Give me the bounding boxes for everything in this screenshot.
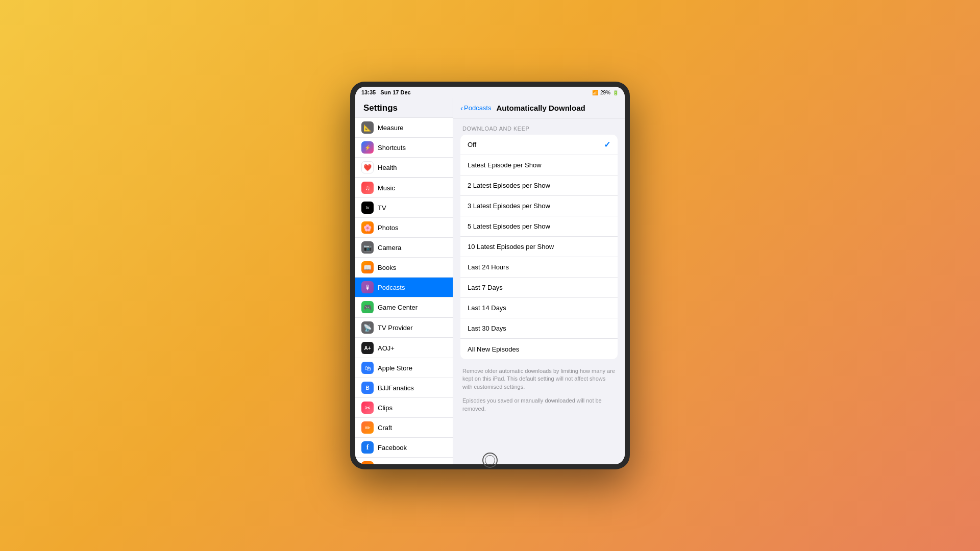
back-label: Podcasts — [464, 104, 491, 112]
craft-icon: ✏ — [361, 421, 374, 434]
footer-text-2: Episodes you saved or manually downloade… — [460, 395, 618, 415]
sidebar-item-music[interactable]: ♫ Music — [355, 178, 453, 198]
tv-icon: tv — [361, 202, 374, 214]
sidebar-item-craft[interactable]: ✏ Craft — [355, 418, 453, 438]
sidebar-item-health[interactable]: ❤️ Health — [355, 158, 453, 178]
option-latest3[interactable]: 3 Latest Episodes per Show — [460, 196, 618, 216]
sidebar-item-books[interactable]: 📖 Books — [355, 258, 453, 278]
option-last7d-label: Last 7 Days — [468, 284, 610, 291]
section-header: DOWNLOAD AND KEEP — [460, 126, 618, 135]
battery-percent: 29% — [600, 90, 610, 95]
folioviewer-label: Folio Viewer — [378, 464, 414, 465]
option-latest3-label: 3 Latest Episodes per Show — [468, 202, 610, 210]
page-title: Automatically Download — [496, 104, 618, 112]
option-last30d[interactable]: Last 30 Days — [460, 318, 618, 339]
sidebar-item-facebook[interactable]: f Facebook — [355, 438, 453, 458]
health-label: Health — [378, 164, 397, 171]
wifi-icon: 📶 — [592, 90, 598, 95]
photos-icon: 🌸 — [361, 221, 374, 234]
podcasts-icon: 🎙 — [361, 281, 374, 293]
camera-icon: 📷 — [361, 241, 374, 254]
camera-label: Camera — [378, 244, 401, 252]
clips-label: Clips — [378, 404, 393, 412]
content-area: DOWNLOAD AND KEEP Off ✓ Latest Episode p… — [453, 118, 625, 464]
option-last14d[interactable]: Last 14 Days — [460, 298, 618, 318]
option-last24h-label: Last 24 Hours — [468, 263, 610, 271]
photos-label: Photos — [378, 224, 398, 232]
music-icon: ♫ — [361, 182, 374, 194]
option-latest2-label: 2 Latest Episodes per Show — [468, 182, 610, 189]
option-last30d-label: Last 30 Days — [468, 324, 610, 332]
health-icon: ❤️ — [361, 161, 374, 173]
ipad-frame: 13:35 Sun 17 Dec 📶 29% 🔋 Settings 📐 Meas… — [350, 82, 630, 469]
status-right: 📶 29% 🔋 — [592, 90, 619, 95]
option-latest2[interactable]: 2 Latest Episodes per Show — [460, 176, 618, 196]
sidebar-section-3: 📡 TV Provider — [355, 317, 453, 338]
option-latest5-label: 5 Latest Episodes per Show — [468, 222, 610, 230]
music-label: Music — [378, 184, 395, 192]
sidebar-item-applestore[interactable]: 🛍 Apple Store — [355, 358, 453, 378]
gamecenter-icon: 🎮 — [361, 301, 374, 313]
tvprovider-icon: 📡 — [361, 321, 374, 334]
option-latest10[interactable]: 10 Latest Episodes per Show — [460, 237, 618, 257]
sidebar-item-camera[interactable]: 📷 Camera — [355, 238, 453, 258]
status-bar: 13:35 Sun 17 Dec 📶 29% 🔋 — [355, 87, 625, 98]
option-last7d[interactable]: Last 7 Days — [460, 278, 618, 298]
bjjfanatics-icon: B — [361, 382, 374, 394]
sidebar-item-tv[interactable]: tv TV — [355, 198, 453, 218]
sidebar-item-tvprovider[interactable]: 📡 TV Provider — [355, 317, 453, 338]
sidebar-section-2: ♫ Music tv TV 🌸 Photos 📷 Camera — [355, 178, 453, 317]
sidebar-item-folioviewer[interactable]: F Folio Viewer — [355, 458, 453, 464]
craft-label: Craft — [378, 424, 392, 432]
ipad-screen: 13:35 Sun 17 Dec 📶 29% 🔋 Settings 📐 Meas… — [355, 87, 625, 464]
back-button[interactable]: ‹ Podcasts — [460, 104, 491, 112]
option-last14d-label: Last 14 Days — [468, 304, 610, 312]
measure-label: Measure — [378, 124, 404, 132]
sidebar-section-4: A+ AOJ+ 🛍 Apple Store B BJJFanatics ✂ Cl… — [355, 338, 453, 464]
sidebar-item-aoj[interactable]: A+ AOJ+ — [355, 338, 453, 358]
sidebar-item-bjjfanatics[interactable]: B BJJFanatics — [355, 378, 453, 398]
option-off[interactable]: Off ✓ — [460, 135, 618, 155]
nav-bar: ‹ Podcasts Automatically Download — [453, 98, 625, 118]
sidebar: Settings 📐 Measure ⚡ Shortcuts ❤️ Health — [355, 98, 453, 464]
sidebar-item-measure[interactable]: 📐 Measure — [355, 117, 453, 138]
sidebar-section-1: 📐 Measure ⚡ Shortcuts ❤️ Health — [355, 117, 453, 178]
tv-label: TV — [378, 204, 386, 212]
applestore-icon: 🛍 — [361, 362, 374, 374]
applestore-label: Apple Store — [378, 364, 412, 372]
folioviewer-icon: F — [361, 461, 374, 464]
option-latest1[interactable]: Latest Episode per Show — [460, 155, 618, 176]
app-content: Settings 📐 Measure ⚡ Shortcuts ❤️ Health — [355, 98, 625, 464]
sidebar-item-photos[interactable]: 🌸 Photos — [355, 218, 453, 238]
podcasts-label: Podcasts — [378, 284, 405, 291]
option-latest10-label: 10 Latest Episodes per Show — [468, 243, 610, 251]
bjjfanatics-label: BJJFanatics — [378, 384, 414, 392]
back-chevron-icon: ‹ — [460, 104, 463, 112]
battery-icon: 🔋 — [612, 90, 619, 95]
sidebar-title: Settings — [355, 98, 453, 117]
facebook-label: Facebook — [378, 444, 407, 452]
gamecenter-label: Game Center — [378, 304, 418, 311]
shortcuts-icon: ⚡ — [361, 141, 374, 154]
home-button-ring — [485, 455, 495, 465]
home-button[interactable] — [482, 453, 498, 468]
sidebar-item-podcasts[interactable]: 🎙 Podcasts — [355, 278, 453, 297]
sidebar-item-shortcuts[interactable]: ⚡ Shortcuts — [355, 138, 453, 158]
books-label: Books — [378, 264, 396, 271]
sidebar-item-gamecenter[interactable]: 🎮 Game Center — [355, 297, 453, 317]
option-latest5[interactable]: 5 Latest Episodes per Show — [460, 216, 618, 237]
checkmark-off: ✓ — [604, 140, 610, 149]
footer-text-1: Remove older automatic downloads by limi… — [460, 365, 618, 395]
sidebar-item-clips[interactable]: ✂ Clips — [355, 398, 453, 418]
option-last24h[interactable]: Last 24 Hours — [460, 257, 618, 278]
status-time: 13:35 Sun 17 Dec — [361, 89, 411, 95]
option-latest1-label: Latest Episode per Show — [468, 161, 610, 169]
shortcuts-label: Shortcuts — [378, 144, 406, 152]
tvprovider-label: TV Provider — [378, 324, 413, 332]
books-icon: 📖 — [361, 261, 374, 273]
options-list: Off ✓ Latest Episode per Show 2 Latest E… — [460, 135, 618, 359]
option-allnew-label: All New Episodes — [468, 345, 610, 353]
main-content: ‹ Podcasts Automatically Download DOWNLO… — [453, 98, 625, 464]
option-allnew[interactable]: All New Episodes — [460, 339, 618, 359]
aoj-icon: A+ — [361, 342, 374, 354]
